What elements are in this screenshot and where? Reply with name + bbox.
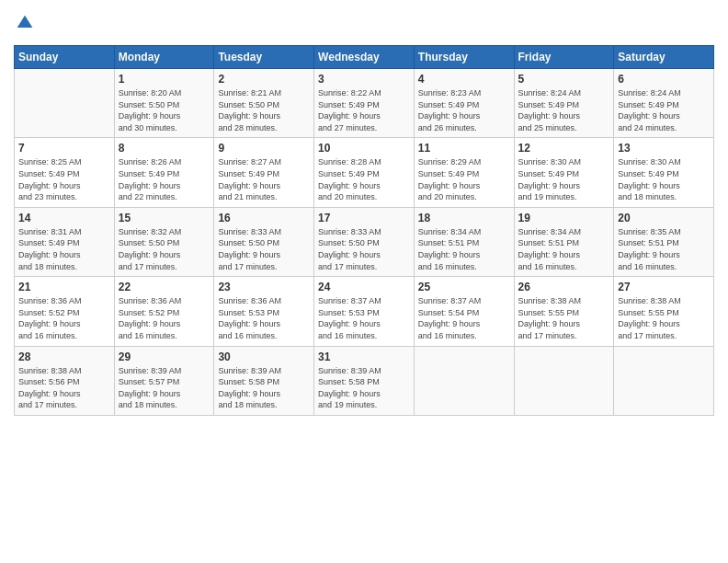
day-number: 1 [119, 73, 210, 86]
header-tuesday: Tuesday [214, 46, 314, 69]
day-number: 23 [218, 281, 310, 293]
day-info: Sunrise: 8:24 AM Sunset: 5:49 PM Dayligh… [518, 87, 610, 133]
calendar-cell: 20Sunrise: 8:35 AM Sunset: 5:51 PM Dayli… [614, 207, 714, 276]
day-number: 27 [618, 281, 710, 293]
calendar-cell: 28Sunrise: 8:38 AM Sunset: 5:56 PM Dayli… [15, 346, 115, 415]
calendar-cell: 22Sunrise: 8:36 AM Sunset: 5:52 PM Dayli… [114, 277, 214, 346]
logo-icon [16, 14, 34, 32]
header-wednesday: Wednesday [314, 46, 415, 69]
day-number: 31 [318, 350, 410, 363]
day-number: 30 [218, 350, 310, 363]
day-number: 3 [318, 73, 410, 86]
day-info: Sunrise: 8:32 AM Sunset: 5:50 PM Dayligh… [119, 226, 210, 272]
calendar-cell: 25Sunrise: 8:37 AM Sunset: 5:54 PM Dayli… [414, 277, 514, 346]
day-number: 22 [119, 281, 210, 293]
day-number: 29 [119, 350, 210, 363]
day-number: 4 [418, 73, 510, 86]
day-info: Sunrise: 8:36 AM Sunset: 5:52 PM Dayligh… [119, 295, 210, 341]
day-number: 6 [618, 73, 710, 86]
day-info: Sunrise: 8:30 AM Sunset: 5:49 PM Dayligh… [618, 156, 710, 202]
day-number: 25 [418, 281, 510, 293]
calendar-cell: 14Sunrise: 8:31 AM Sunset: 5:49 PM Dayli… [15, 207, 115, 276]
calendar-cell: 15Sunrise: 8:32 AM Sunset: 5:50 PM Dayli… [114, 207, 214, 276]
day-info: Sunrise: 8:34 AM Sunset: 5:51 PM Dayligh… [518, 226, 610, 272]
day-number: 9 [218, 142, 310, 155]
day-info: Sunrise: 8:38 AM Sunset: 5:56 PM Dayligh… [18, 365, 110, 411]
header-row: SundayMondayTuesdayWednesdayThursdayFrid… [15, 46, 714, 69]
calendar-cell [514, 346, 614, 415]
calendar-cell: 27Sunrise: 8:38 AM Sunset: 5:55 PM Dayli… [614, 277, 714, 346]
day-number: 7 [18, 142, 110, 155]
calendar-cell: 30Sunrise: 8:39 AM Sunset: 5:58 PM Dayli… [214, 346, 314, 415]
week-row-1: 7Sunrise: 8:25 AM Sunset: 5:49 PM Daylig… [15, 138, 714, 207]
day-info: Sunrise: 8:38 AM Sunset: 5:55 PM Dayligh… [618, 295, 710, 341]
day-number: 28 [18, 350, 110, 363]
day-info: Sunrise: 8:21 AM Sunset: 5:50 PM Dayligh… [218, 87, 310, 133]
header-friday: Friday [514, 46, 614, 69]
day-info: Sunrise: 8:26 AM Sunset: 5:49 PM Dayligh… [119, 156, 210, 202]
day-number: 10 [318, 142, 410, 155]
day-number: 20 [618, 212, 710, 224]
week-row-2: 14Sunrise: 8:31 AM Sunset: 5:49 PM Dayli… [15, 207, 714, 276]
header-sunday: Sunday [15, 46, 115, 69]
calendar-cell [614, 346, 714, 415]
calendar-table: SundayMondayTuesdayWednesdayThursdayFrid… [14, 45, 714, 416]
day-info: Sunrise: 8:35 AM Sunset: 5:51 PM Dayligh… [618, 226, 710, 272]
day-info: Sunrise: 8:37 AM Sunset: 5:54 PM Dayligh… [418, 295, 510, 341]
day-info: Sunrise: 8:25 AM Sunset: 5:49 PM Dayligh… [18, 156, 110, 202]
calendar-cell: 24Sunrise: 8:37 AM Sunset: 5:53 PM Dayli… [314, 277, 415, 346]
day-info: Sunrise: 8:34 AM Sunset: 5:51 PM Dayligh… [418, 226, 510, 272]
calendar-cell: 7Sunrise: 8:25 AM Sunset: 5:49 PM Daylig… [15, 138, 115, 207]
calendar-cell: 5Sunrise: 8:24 AM Sunset: 5:49 PM Daylig… [514, 69, 614, 138]
day-info: Sunrise: 8:37 AM Sunset: 5:53 PM Dayligh… [318, 295, 410, 341]
day-info: Sunrise: 8:27 AM Sunset: 5:49 PM Dayligh… [218, 156, 310, 202]
day-number: 5 [518, 73, 610, 86]
calendar-cell: 17Sunrise: 8:33 AM Sunset: 5:50 PM Dayli… [314, 207, 415, 276]
day-info: Sunrise: 8:24 AM Sunset: 5:49 PM Dayligh… [618, 87, 710, 133]
calendar-cell: 8Sunrise: 8:26 AM Sunset: 5:49 PM Daylig… [114, 138, 214, 207]
calendar-cell: 13Sunrise: 8:30 AM Sunset: 5:49 PM Dayli… [614, 138, 714, 207]
calendar-cell: 26Sunrise: 8:38 AM Sunset: 5:55 PM Dayli… [514, 277, 614, 346]
calendar-cell [15, 69, 115, 138]
day-number: 16 [218, 212, 310, 224]
day-number: 8 [119, 142, 210, 155]
day-info: Sunrise: 8:22 AM Sunset: 5:49 PM Dayligh… [318, 87, 410, 133]
calendar-cell: 2Sunrise: 8:21 AM Sunset: 5:50 PM Daylig… [214, 69, 314, 138]
day-number: 24 [318, 281, 410, 293]
day-info: Sunrise: 8:33 AM Sunset: 5:50 PM Dayligh… [318, 226, 410, 272]
day-info: Sunrise: 8:38 AM Sunset: 5:55 PM Dayligh… [518, 295, 610, 341]
day-number: 21 [18, 281, 110, 293]
calendar-cell: 3Sunrise: 8:22 AM Sunset: 5:49 PM Daylig… [314, 69, 415, 138]
calendar-cell: 4Sunrise: 8:23 AM Sunset: 5:49 PM Daylig… [414, 69, 514, 138]
calendar-cell: 9Sunrise: 8:27 AM Sunset: 5:49 PM Daylig… [214, 138, 314, 207]
calendar-cell: 31Sunrise: 8:39 AM Sunset: 5:58 PM Dayli… [314, 346, 415, 415]
day-number: 12 [518, 142, 610, 155]
day-info: Sunrise: 8:39 AM Sunset: 5:58 PM Dayligh… [318, 365, 410, 411]
calendar-cell: 18Sunrise: 8:34 AM Sunset: 5:51 PM Dayli… [414, 207, 514, 276]
day-info: Sunrise: 8:33 AM Sunset: 5:50 PM Dayligh… [218, 226, 310, 272]
day-info: Sunrise: 8:36 AM Sunset: 5:53 PM Dayligh… [218, 295, 310, 341]
calendar-cell: 16Sunrise: 8:33 AM Sunset: 5:50 PM Dayli… [214, 207, 314, 276]
calendar-cell: 19Sunrise: 8:34 AM Sunset: 5:51 PM Dayli… [514, 207, 614, 276]
day-number: 26 [518, 281, 610, 293]
day-number: 14 [18, 212, 110, 224]
header-saturday: Saturday [614, 46, 714, 69]
calendar-cell: 6Sunrise: 8:24 AM Sunset: 5:49 PM Daylig… [614, 69, 714, 138]
calendar-cell: 1Sunrise: 8:20 AM Sunset: 5:50 PM Daylig… [114, 69, 214, 138]
day-info: Sunrise: 8:31 AM Sunset: 5:49 PM Dayligh… [18, 226, 110, 272]
header [14, 14, 714, 36]
header-thursday: Thursday [414, 46, 514, 69]
day-info: Sunrise: 8:20 AM Sunset: 5:50 PM Dayligh… [119, 87, 210, 133]
calendar-cell [414, 346, 514, 415]
main-container: SundayMondayTuesdayWednesdayThursdayFrid… [0, 0, 728, 563]
calendar-cell: 11Sunrise: 8:29 AM Sunset: 5:49 PM Dayli… [414, 138, 514, 207]
day-info: Sunrise: 8:23 AM Sunset: 5:49 PM Dayligh… [418, 87, 510, 133]
logo [14, 14, 34, 36]
day-info: Sunrise: 8:39 AM Sunset: 5:58 PM Dayligh… [218, 365, 310, 411]
day-info: Sunrise: 8:30 AM Sunset: 5:49 PM Dayligh… [518, 156, 610, 202]
day-info: Sunrise: 8:39 AM Sunset: 5:57 PM Dayligh… [119, 365, 210, 411]
calendar-cell: 29Sunrise: 8:39 AM Sunset: 5:57 PM Dayli… [114, 346, 214, 415]
calendar-cell: 10Sunrise: 8:28 AM Sunset: 5:49 PM Dayli… [314, 138, 415, 207]
day-number: 13 [618, 142, 710, 155]
day-info: Sunrise: 8:28 AM Sunset: 5:49 PM Dayligh… [318, 156, 410, 202]
